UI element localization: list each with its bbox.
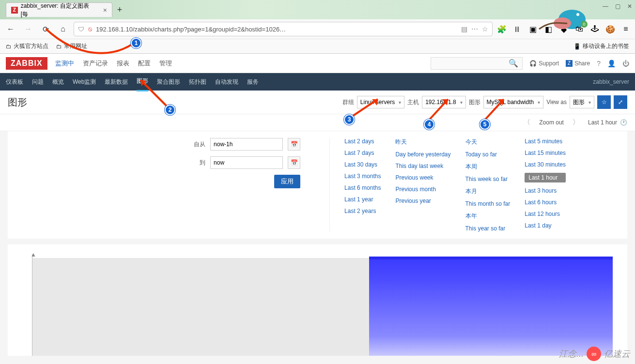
bookmark-star-icon[interactable]: ☆	[482, 25, 488, 33]
extension-icon-3[interactable]: 🛍0	[574, 24, 585, 34]
pocket-icon[interactable]: ▣	[527, 24, 538, 34]
power-icon[interactable]: ⏻	[622, 60, 629, 67]
apply-button[interactable]: 应用	[274, 175, 300, 188]
library-icon[interactable]: ⫼	[512, 24, 523, 34]
mobile-bookmarks[interactable]: 📱移动设备上的书签	[573, 42, 629, 50]
graph-select[interactable]: MySQL bandwidth▾	[483, 96, 544, 108]
extension-icon[interactable]: ◧	[543, 24, 554, 34]
viewas-label: View as	[546, 99, 567, 106]
time-preset[interactable]: 昨天	[395, 138, 450, 146]
time-preset[interactable]: Last 30 days	[344, 161, 381, 168]
time-preset[interactable]: Last 30 minutes	[525, 161, 566, 168]
extension-puzzle-icon[interactable]: 🧩	[496, 24, 507, 34]
time-next-button[interactable]: 〉	[573, 118, 579, 127]
zabbix-favicon: Z	[11, 7, 18, 14]
no-tracking-icon: ⦸	[88, 25, 92, 33]
from-calendar-button[interactable]: 📅	[288, 138, 300, 151]
time-preset[interactable]: Last 3 months	[344, 173, 381, 180]
clock-icon: 🕐	[620, 119, 627, 126]
new-tab-button[interactable]: +	[112, 2, 127, 17]
subnav-discovery[interactable]: 自动发现	[215, 73, 238, 91]
time-preset[interactable]: This day last week	[395, 163, 450, 169]
user-icon[interactable]: 👤	[607, 60, 616, 67]
search-input[interactable]	[435, 60, 509, 67]
extension-icon-4[interactable]: 🕹	[589, 24, 600, 34]
subnav-web[interactable]: Web监测	[73, 73, 96, 91]
time-preset[interactable]: Previous year	[395, 197, 450, 204]
time-preset[interactable]: This month so far	[465, 200, 511, 207]
bookmark-folder-1[interactable]: 🗀火狐官方站点	[6, 42, 48, 50]
group-label: 群组	[342, 98, 354, 106]
time-preset[interactable]: Last 1 day	[525, 222, 566, 229]
home-button[interactable]: ⌂	[56, 22, 70, 36]
support-link[interactable]: 🎧Support	[529, 60, 559, 67]
host-select[interactable]: 192.168.1.8▾	[422, 96, 465, 108]
time-preset[interactable]: Previous week	[395, 174, 450, 181]
reader-icon[interactable]: ▤	[461, 25, 467, 33]
subnav-latest[interactable]: 最新数据	[105, 73, 128, 91]
subnav-services[interactable]: 服务	[247, 73, 259, 91]
help-icon[interactable]: ?	[597, 60, 601, 67]
zabbix-logo[interactable]: ZABBIX	[6, 57, 47, 70]
forward-button[interactable]: →	[21, 22, 35, 36]
from-input[interactable]	[210, 138, 283, 151]
subnav-overview[interactable]: 概览	[52, 73, 64, 91]
time-preset[interactable]: 本月	[465, 187, 511, 196]
time-preset[interactable]: Previous month	[395, 186, 450, 193]
time-preset[interactable]: Last 12 hours	[525, 211, 566, 217]
extension-icon-2[interactable]: ◆	[558, 24, 569, 34]
bookmark-folder-2[interactable]: 🗀常用网址	[56, 42, 87, 50]
menu-monitoring[interactable]: 监测中	[55, 59, 74, 68]
subnav-problems[interactable]: 问题	[32, 73, 44, 91]
subnav-graphs[interactable]: 图形	[137, 72, 148, 91]
time-preset[interactable]: Last 2 days	[344, 138, 381, 145]
subnav-dashboard[interactable]: 仪表板	[6, 73, 23, 91]
time-preset[interactable]: 本年	[465, 212, 511, 220]
menu-admin[interactable]: 管理	[159, 59, 172, 68]
viewas-select[interactable]: 图形▾	[570, 96, 594, 108]
to-calendar-button[interactable]: 📅	[288, 156, 300, 169]
subnav-maps[interactable]: 拓扑图	[189, 73, 206, 91]
time-preset[interactable]: Last 2 years	[344, 208, 381, 214]
time-preset[interactable]: Last 1 year	[344, 196, 381, 203]
time-preset[interactable]: This year so far	[465, 225, 511, 232]
zoom-out-button[interactable]: Zoom out	[539, 119, 564, 126]
time-preset[interactable]: Last 3 hours	[525, 187, 566, 194]
extension-icon-5[interactable]: 🍪	[605, 24, 616, 34]
subnav-screens[interactable]: 聚合图形	[157, 73, 180, 91]
browser-tab[interactable]: Z zabbix_server: 自定义图表 [每 ×	[6, 2, 112, 17]
tab-close-icon[interactable]: ×	[103, 6, 107, 14]
menu-icon[interactable]: ≡	[620, 24, 631, 34]
search-box[interactable]: 🔍	[431, 57, 523, 70]
share-link[interactable]: ZShare	[566, 60, 590, 67]
time-prev-button[interactable]: 〈	[524, 118, 530, 127]
menu-reports[interactable]: 报表	[117, 59, 129, 68]
search-icon[interactable]: 🔍	[509, 59, 518, 68]
window-close-icon[interactable]: ✕	[627, 3, 632, 10]
time-preset[interactable]: Last 1 hour	[525, 173, 566, 182]
group-select[interactable]: Linux servers▾	[357, 96, 404, 108]
time-preset[interactable]: 本周	[465, 163, 511, 171]
menu-config[interactable]: 配置	[138, 59, 151, 68]
time-preset[interactable]: Day before yesterday	[395, 151, 450, 158]
more-icon[interactable]: ⋯	[471, 25, 478, 33]
time-preset[interactable]: This week so far	[465, 176, 511, 182]
favorite-button[interactable]: ☆	[597, 95, 611, 109]
time-preset[interactable]: Today so far	[465, 151, 511, 158]
window-minimize-icon[interactable]: —	[603, 3, 608, 10]
menu-inventory[interactable]: 资产记录	[83, 59, 108, 68]
fullscreen-button[interactable]: ⤢	[614, 95, 627, 109]
time-range-display[interactable]: Last 1 hour🕐	[588, 119, 627, 126]
time-preset[interactable]: Last 5 minutes	[525, 138, 566, 145]
time-preset[interactable]: 今天	[465, 138, 511, 146]
to-input[interactable]	[210, 156, 283, 169]
time-preset[interactable]: Last 6 months	[344, 184, 381, 191]
address-bar[interactable]: 🛡 ⦸ 192.168.1.10/zabbix/charts.php?page=…	[74, 22, 493, 36]
time-preset[interactable]: Last 6 hours	[525, 199, 566, 206]
time-preset[interactable]: Last 15 minutes	[525, 150, 566, 156]
back-button[interactable]: ←	[4, 22, 17, 36]
window-maximize-icon[interactable]: ▢	[615, 3, 620, 10]
chart-data-region	[369, 258, 613, 356]
time-preset[interactable]: Last 7 days	[344, 150, 381, 156]
reload-button[interactable]: ⟳	[39, 22, 52, 36]
